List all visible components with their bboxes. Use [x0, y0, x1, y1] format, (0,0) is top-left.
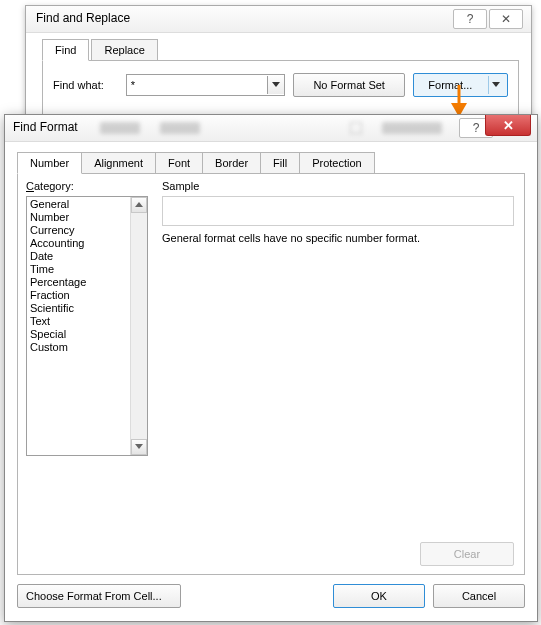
- tab-protection[interactable]: Protection: [299, 152, 375, 174]
- help-button[interactable]: ?: [453, 9, 487, 29]
- list-item[interactable]: Date: [27, 250, 130, 263]
- list-item[interactable]: Custom: [27, 341, 130, 354]
- find-format-tabs: Number Alignment Font Border Fill Protec…: [17, 151, 525, 173]
- tab-border[interactable]: Border: [202, 152, 261, 174]
- format-description: General format cells have no specific nu…: [162, 232, 512, 244]
- tab-alignment[interactable]: Alignment: [81, 152, 156, 174]
- tab-fill[interactable]: Fill: [260, 152, 300, 174]
- chevron-down-icon: [492, 82, 500, 88]
- chevron-down-icon: [135, 444, 143, 450]
- find-format-dialog: Find Format ? ✕ Number Alignment Font Bo…: [4, 114, 538, 622]
- scroll-down-button[interactable]: [131, 439, 147, 455]
- find-replace-titlebar[interactable]: Find and Replace ? ✕: [26, 6, 531, 33]
- find-what-label: Find what:: [53, 79, 118, 91]
- list-item[interactable]: Number: [27, 211, 130, 224]
- category-scrollbar[interactable]: [130, 197, 147, 455]
- list-item[interactable]: Text: [27, 315, 130, 328]
- help-icon: ?: [467, 12, 474, 26]
- find-what-value: *: [127, 79, 267, 91]
- tab-number[interactable]: Number: [17, 152, 82, 174]
- chevron-up-icon: [135, 202, 143, 208]
- list-item[interactable]: Time: [27, 263, 130, 276]
- close-button[interactable]: ✕: [485, 115, 531, 136]
- help-icon: ?: [473, 121, 480, 135]
- list-item[interactable]: Currency: [27, 224, 130, 237]
- ok-button[interactable]: OK: [333, 584, 425, 608]
- find-replace-tabs: Find Replace: [42, 38, 519, 60]
- list-item[interactable]: General: [27, 198, 130, 211]
- category-listbox[interactable]: General Number Currency Accounting Date …: [26, 196, 148, 456]
- clear-button[interactable]: Clear: [420, 542, 514, 566]
- cancel-button[interactable]: Cancel: [433, 584, 525, 608]
- tab-replace[interactable]: Replace: [91, 39, 157, 61]
- choose-format-from-cell-button[interactable]: Choose Format From Cell...: [17, 584, 181, 608]
- find-what-input[interactable]: *: [126, 74, 285, 96]
- list-item[interactable]: Special: [27, 328, 130, 341]
- sample-section: Sample: [162, 180, 514, 226]
- find-format-titlebar[interactable]: Find Format ? ✕: [5, 115, 537, 142]
- sample-box: [162, 196, 514, 226]
- format-preview-button[interactable]: No Format Set: [293, 73, 405, 97]
- find-replace-title: Find and Replace: [36, 11, 130, 25]
- list-item[interactable]: Fraction: [27, 289, 130, 302]
- category-list-items: General Number Currency Accounting Date …: [27, 197, 130, 455]
- chevron-down-icon: [272, 82, 280, 88]
- number-tab-panel: Category: General Number Currency Accoun…: [17, 173, 525, 575]
- list-item[interactable]: Percentage: [27, 276, 130, 289]
- sample-label: Sample: [162, 180, 199, 192]
- blurred-background: [100, 117, 442, 139]
- list-item[interactable]: Accounting: [27, 237, 130, 250]
- format-dropdown[interactable]: [488, 76, 503, 94]
- tab-font[interactable]: Font: [155, 152, 203, 174]
- find-format-title: Find Format: [13, 120, 78, 134]
- find-format-footer: Choose Format From Cell... OK Cancel: [17, 581, 525, 611]
- close-button[interactable]: ✕: [489, 9, 523, 29]
- category-label: Category:: [26, 180, 74, 192]
- scroll-up-button[interactable]: [131, 197, 147, 213]
- find-what-dropdown[interactable]: [267, 76, 284, 94]
- tab-find[interactable]: Find: [42, 39, 89, 61]
- close-icon: ✕: [501, 12, 511, 26]
- list-item[interactable]: Scientific: [27, 302, 130, 315]
- close-icon: ✕: [503, 118, 514, 133]
